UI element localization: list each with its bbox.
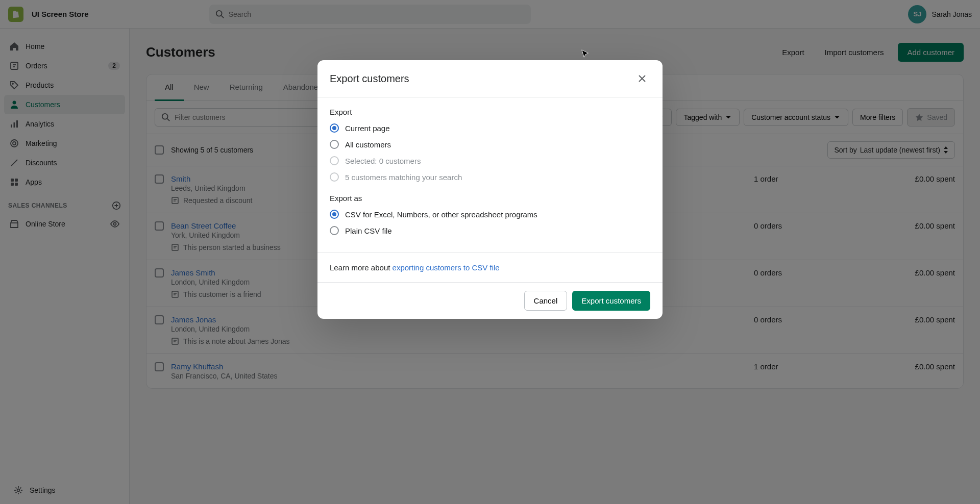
export-scope-label: Export	[330, 108, 650, 116]
help-prefix: Learn more about	[330, 263, 393, 272]
help-link[interactable]: exporting customers to CSV file	[393, 263, 500, 272]
radio-matching-search: 5 customers matching your search	[330, 172, 650, 182]
modal-backdrop[interactable]: Export customers Export Current page All…	[0, 0, 980, 504]
radio-label: CSV for Excel, Numbers, or other spreads…	[345, 210, 537, 219]
export-customers-confirm-button[interactable]: Export customers	[572, 291, 650, 311]
radio-icon	[330, 210, 339, 219]
close-icon	[637, 73, 647, 84]
export-format-label: Export as	[330, 194, 650, 203]
export-customers-modal: Export customers Export Current page All…	[317, 60, 663, 319]
modal-title: Export customers	[330, 73, 409, 85]
radio-label: All customers	[345, 140, 391, 149]
modal-close-button[interactable]	[634, 70, 650, 87]
radio-label: Current page	[345, 124, 390, 133]
radio-icon	[330, 172, 339, 182]
radio-label: 5 customers matching your search	[345, 173, 462, 182]
radio-icon	[330, 226, 339, 235]
radio-csv-excel[interactable]: CSV for Excel, Numbers, or other spreads…	[330, 210, 650, 219]
radio-current-page[interactable]: Current page	[330, 123, 650, 133]
modal-help-text: Learn more about exporting customers to …	[317, 253, 663, 282]
cancel-button[interactable]: Cancel	[524, 291, 568, 311]
radio-icon	[330, 140, 339, 149]
radio-icon	[330, 123, 339, 133]
radio-label: Selected: 0 customers	[345, 157, 421, 165]
radio-icon	[330, 156, 339, 165]
radio-all-customers[interactable]: All customers	[330, 140, 650, 149]
radio-label: Plain CSV file	[345, 226, 392, 235]
radio-plain-csv[interactable]: Plain CSV file	[330, 226, 650, 235]
radio-selected-customers: Selected: 0 customers	[330, 156, 650, 165]
